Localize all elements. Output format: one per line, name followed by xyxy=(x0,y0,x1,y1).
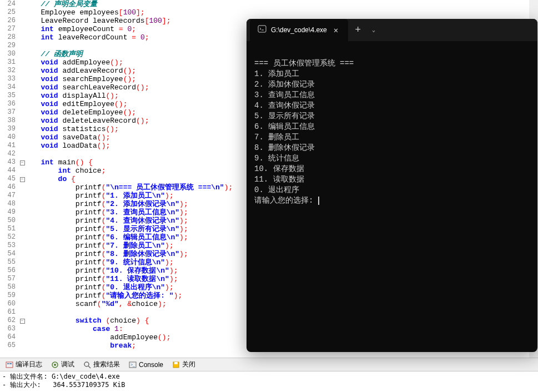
fold-column xyxy=(19,67,26,75)
output-panel: - 输出文件名: G:\dev_code\4.exe - 输出大小: 364.5… xyxy=(0,371,538,392)
close-label: 关闭 xyxy=(182,360,195,369)
fold-column xyxy=(19,8,26,17)
fold-column xyxy=(19,208,26,217)
fold-column xyxy=(19,142,26,150)
line-number: 34 xyxy=(0,83,19,92)
fold-column xyxy=(19,125,26,133)
terminal-line: 8. 删除休假记录 xyxy=(254,143,530,153)
line-number: 55 xyxy=(0,258,19,267)
svg-rect-11 xyxy=(258,26,266,32)
terminal-body[interactable]: === 员工休假管理系统 ===1. 添加员工2. 添加休假记录3. 查询员工信… xyxy=(247,41,537,213)
svg-rect-10 xyxy=(174,362,178,364)
line-number: 51 xyxy=(0,225,19,233)
fold-column xyxy=(19,283,26,292)
code-content[interactable]: // 声明全局变量 xyxy=(26,0,538,8)
code-line[interactable]: 24 // 声明全局变量 xyxy=(0,0,538,8)
fold-column xyxy=(19,92,26,100)
fold-column xyxy=(19,192,26,200)
line-number: 47 xyxy=(0,192,19,200)
line-number: 29 xyxy=(0,42,19,50)
compile-log-tab[interactable]: 编译日志 xyxy=(3,359,44,370)
line-number: 54 xyxy=(0,250,19,258)
line-number: 40 xyxy=(0,133,19,142)
line-number: 50 xyxy=(0,217,19,225)
line-number: 35 xyxy=(0,92,19,100)
terminal-window[interactable]: G:\dev_code\4.exe ✕ + ⌄ === 员工休假管理系统 ===… xyxy=(247,19,537,352)
line-number: 65 xyxy=(0,341,19,350)
terminal-line: 5. 显示所有记录 xyxy=(254,111,530,122)
svg-text:>_: >_ xyxy=(130,363,135,367)
terminal-line: 10. 保存数据 xyxy=(254,164,530,174)
terminal-line: 9. 统计信息 xyxy=(254,153,530,164)
fold-column xyxy=(19,250,26,258)
debug-label: 调试 xyxy=(61,360,74,369)
line-number: 59 xyxy=(0,292,19,300)
close-tab[interactable]: 关闭 xyxy=(170,359,198,370)
fold-column[interactable]: − xyxy=(19,158,26,167)
line-number: 42 xyxy=(0,150,19,158)
line-number: 64 xyxy=(0,333,19,341)
terminal-line: 1. 添加员工 xyxy=(254,69,530,79)
terminal-tab-title: G:\dev_code\4.exe xyxy=(271,26,327,34)
fold-column xyxy=(19,242,26,250)
fold-column xyxy=(19,42,26,50)
line-number: 61 xyxy=(0,308,19,316)
fold-column xyxy=(19,308,26,316)
debug-icon xyxy=(51,361,59,369)
debug-tab[interactable]: 调试 xyxy=(49,359,77,370)
terminal-line: 3. 查询员工信息 xyxy=(254,90,530,100)
terminal-dropdown[interactable]: ⌄ xyxy=(368,27,380,33)
fold-column xyxy=(19,325,26,333)
svg-line-6 xyxy=(88,366,90,368)
fold-column xyxy=(19,258,26,267)
line-number: 56 xyxy=(0,267,19,275)
fold-column xyxy=(19,133,26,142)
terminal-line: 请输入您的选择: xyxy=(254,195,530,206)
fold-column xyxy=(19,267,26,275)
terminal-line: 4. 查询休假记录 xyxy=(254,100,530,111)
fold-toggle-icon[interactable]: − xyxy=(20,177,25,182)
code-line[interactable]: 25 Employee employees[100]; xyxy=(0,8,538,17)
svg-rect-2 xyxy=(9,363,12,364)
line-number: 46 xyxy=(0,183,19,192)
save-icon xyxy=(172,361,180,369)
svg-rect-0 xyxy=(6,362,13,368)
terminal-new-tab[interactable]: + xyxy=(348,24,368,36)
fold-column xyxy=(19,25,26,33)
terminal-line: 2. 添加休假记录 xyxy=(254,79,530,90)
line-number: 30 xyxy=(0,50,19,58)
terminal-icon xyxy=(258,24,267,36)
console-tab[interactable]: >_ Console xyxy=(127,360,165,370)
output-filename: - 输出文件名: G:\dev_code\4.exe xyxy=(2,373,536,381)
terminal-line: === 员工休假管理系统 === xyxy=(254,58,530,69)
line-number: 49 xyxy=(0,208,19,217)
fold-column[interactable]: − xyxy=(19,175,26,183)
search-results-tab[interactable]: 搜索结果 xyxy=(81,359,122,370)
svg-point-5 xyxy=(84,362,89,366)
line-number: 58 xyxy=(0,283,19,292)
code-content[interactable]: Employee employees[100]; xyxy=(26,8,538,17)
line-number: 63 xyxy=(0,325,19,333)
bottom-toolbar: 编译日志 调试 搜索结果 >_ Console 关闭 xyxy=(0,358,538,371)
fold-column xyxy=(19,150,26,158)
terminal-line: 0. 退出程序 xyxy=(254,185,530,195)
fold-column xyxy=(19,341,26,350)
svg-point-4 xyxy=(54,364,56,366)
terminal-titlebar[interactable]: G:\dev_code\4.exe ✕ + ⌄ xyxy=(247,19,537,41)
fold-toggle-icon[interactable]: − xyxy=(20,319,25,324)
fold-column xyxy=(19,275,26,283)
fold-column xyxy=(19,33,26,42)
fold-column xyxy=(19,183,26,192)
console-label: Console xyxy=(139,361,163,369)
svg-rect-1 xyxy=(7,363,9,364)
fold-column xyxy=(19,333,26,341)
fold-column[interactable]: − xyxy=(19,316,26,325)
fold-toggle-icon[interactable]: − xyxy=(20,160,25,165)
line-number: 33 xyxy=(0,75,19,83)
terminal-tab-close[interactable]: ✕ xyxy=(331,24,340,36)
line-number: 24 xyxy=(0,0,19,8)
fold-column xyxy=(19,100,26,108)
terminal-tab[interactable]: G:\dev_code\4.exe ✕ xyxy=(250,19,348,41)
console-icon: >_ xyxy=(129,361,137,369)
line-number: 32 xyxy=(0,67,19,75)
